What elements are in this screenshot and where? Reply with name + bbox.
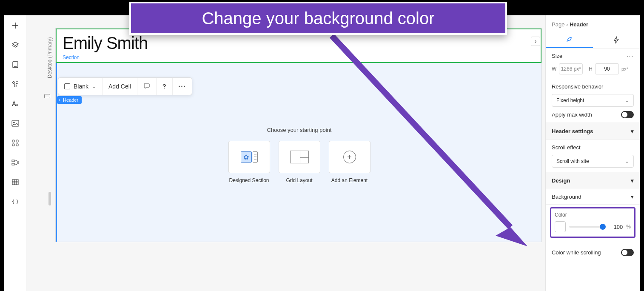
add-element-card[interactable]: + Add an Element (328, 141, 371, 183)
starter-prompt: Choose your starting point (228, 127, 371, 133)
chevron-down-icon: ⌄ (92, 83, 96, 89)
height-input[interactable] (595, 63, 619, 74)
size-label: Size (552, 53, 562, 59)
panel-tabs (546, 32, 640, 48)
image-icon[interactable] (11, 119, 20, 128)
help-button[interactable]: ? (157, 78, 173, 95)
size-more-icon[interactable]: ··· (627, 53, 634, 59)
device-icon[interactable] (44, 94, 50, 98)
bolt-icon (613, 36, 620, 44)
more-icon: ··· (179, 83, 186, 90)
help-icon: ? (162, 83, 166, 90)
viewport-label: Desktop (Primary) (47, 37, 53, 78)
data-icon[interactable] (11, 178, 20, 186)
site-icon[interactable] (11, 80, 20, 88)
svg-rect-11 (12, 160, 14, 162)
chevron-down-icon: ⌄ (625, 97, 629, 103)
breadcrumb: Page › Header (546, 15, 640, 32)
layers-icon[interactable] (11, 41, 20, 49)
design-tab[interactable] (546, 32, 593, 48)
responsive-label: Responsive behavior (552, 83, 634, 90)
blank-dropdown[interactable]: Blank⌄ (58, 78, 103, 95)
stage: Emily Smith Section Blank⌄ Add Cell ? ··… (55, 15, 545, 291)
page-frame: Emily Smith Section Blank⌄ Add Cell ? ··… (55, 28, 542, 242)
design-section[interactable]: Design▾ (546, 172, 640, 189)
collapse-icon: ▾ (631, 194, 634, 200)
svg-rect-9 (12, 144, 14, 146)
scroll-section: Scroll effect Scroll with site⌄ (546, 140, 640, 172)
scroll-select[interactable]: Scroll with site⌄ (552, 155, 634, 168)
color-swatch[interactable] (555, 221, 566, 232)
template-icon: ✿ (241, 151, 252, 163)
annotation-callout: Change your background color (129, 2, 507, 35)
collapse-icon: ▾ (631, 128, 634, 134)
more-button[interactable]: ··· (173, 78, 192, 95)
svg-rect-0 (13, 62, 18, 68)
svg-rect-5 (12, 120, 19, 126)
comment-icon (143, 83, 150, 90)
breadcrumb-next[interactable]: › (531, 37, 540, 46)
brush-icon (565, 36, 573, 43)
svg-point-2 (16, 82, 18, 84)
add-cell-button[interactable]: Add Cell (103, 78, 137, 95)
blank-label: Blank (74, 83, 88, 90)
size-section: Size··· W Hpx* (546, 48, 640, 79)
selected-section[interactable]: Blank⌄ Add Cell ? ··· Header Choose your… (56, 63, 541, 242)
element-tag[interactable]: Header (57, 96, 82, 104)
header-settings-section[interactable]: Header settings▾ (546, 123, 640, 140)
tool-rail: a (4, 15, 26, 291)
card-label: Designed Section (229, 177, 269, 183)
breadcrumb-current: Header (570, 21, 588, 28)
maxwidth-toggle[interactable] (621, 111, 634, 118)
collapse-icon: ▾ (631, 177, 634, 184)
scroll-label: Scroll effect (552, 144, 634, 151)
resize-handle[interactable] (48, 192, 51, 205)
background-section[interactable]: Background▾ (546, 189, 640, 205)
starter-box: Choose your starting point ✿ Designed Se… (228, 127, 371, 183)
card-label: Grid Layout (286, 177, 312, 183)
grid-layout-card[interactable]: Grid Layout (278, 141, 321, 183)
designed-section-card[interactable]: ✿ Designed Section (228, 141, 271, 183)
width-input[interactable] (559, 63, 583, 74)
svg-point-1 (12, 82, 14, 84)
breadcrumb-page[interactable]: Page (552, 21, 564, 28)
svg-rect-7 (12, 140, 14, 142)
color-label: Color (555, 212, 631, 218)
comment-button[interactable] (137, 78, 157, 95)
add-icon[interactable] (11, 21, 20, 30)
svg-point-3 (14, 85, 16, 87)
viewport-strip: Desktop (Primary) (26, 15, 55, 291)
card-label: Add an Element (331, 177, 368, 183)
floating-toolbar: Blank⌄ Add Cell ? ··· (58, 77, 192, 95)
colorscroll-label: Color while scrolling (552, 249, 601, 256)
svg-rect-12 (12, 163, 14, 165)
svg-text:a: a (16, 103, 18, 107)
svg-rect-14 (12, 180, 18, 185)
responsive-section: Responsive behavior Fixed height⌄ Apply … (546, 79, 640, 123)
maxwidth-label: Apply max width (552, 111, 592, 118)
interactions-tab[interactable] (593, 32, 640, 48)
code-icon[interactable] (11, 197, 20, 206)
svg-point-6 (13, 122, 14, 123)
grid-icon (290, 151, 309, 163)
inspector-icon[interactable] (11, 60, 20, 69)
inspector-panel: Page › Header Size··· W Hpx* Responsive … (545, 15, 640, 291)
color-control: Color 100 % (550, 207, 635, 238)
app-root: a Desktop (Primary) Emily Smith Section … (4, 15, 640, 291)
chevron-down-icon: ⌄ (625, 158, 629, 164)
colorscroll-toggle[interactable] (621, 249, 634, 256)
canvas: Desktop (Primary) Emily Smith Section Bl… (26, 15, 545, 291)
square-icon (64, 83, 70, 89)
svg-rect-8 (16, 140, 18, 142)
text-icon[interactable]: a (11, 100, 20, 108)
svg-rect-13 (17, 162, 19, 163)
opacity-value[interactable]: 100 (609, 224, 623, 230)
svg-rect-10 (16, 144, 18, 146)
apps-icon[interactable] (11, 139, 20, 147)
site-title[interactable]: Emily Smith (63, 34, 535, 53)
add-cell-label: Add Cell (108, 83, 131, 90)
components-icon[interactable] (11, 158, 20, 167)
opacity-slider[interactable] (569, 226, 606, 228)
responsive-select[interactable]: Fixed height⌄ (552, 94, 634, 107)
plus-circle-icon: + (343, 151, 356, 163)
